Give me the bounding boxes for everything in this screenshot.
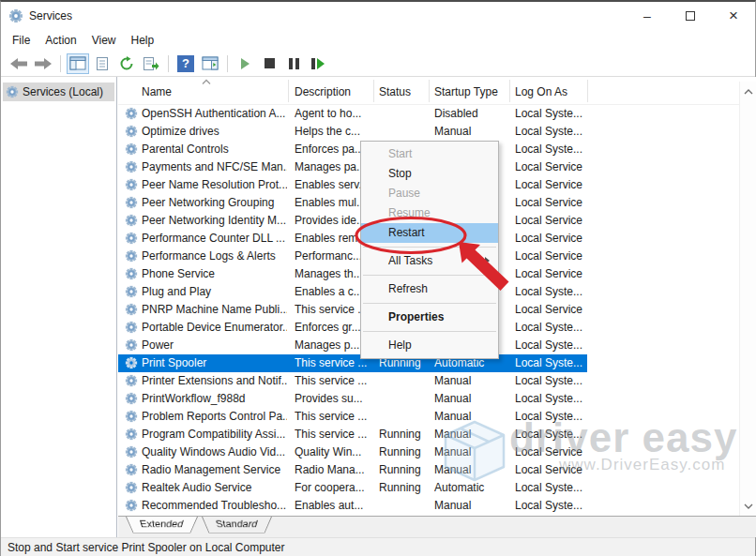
tab-extended[interactable]: Extended	[126, 517, 198, 533]
service-log-on-as: Local Service	[515, 443, 588, 461]
menu-separator	[363, 275, 496, 276]
context-menu-item-all-tasks[interactable]: All Tasks	[361, 251, 498, 271]
export-list-icon[interactable]	[140, 53, 162, 74]
service-row[interactable]: Quality Windows Audio Vid...Quality Win.…	[118, 443, 756, 461]
menu-file[interactable]: File	[5, 31, 38, 50]
service-gear-icon	[125, 392, 138, 405]
service-gear-icon	[125, 267, 138, 280]
menu-separator	[363, 247, 496, 248]
service-name: Peer Networking Identity M...	[142, 212, 287, 230]
toolbar: ?	[1, 51, 755, 77]
context-menu-item-help[interactable]: Help	[361, 336, 498, 355]
menu-action[interactable]: Action	[38, 31, 83, 50]
show-console-tree-icon[interactable]	[67, 53, 89, 74]
minimize-button[interactable]: –	[626, 2, 669, 30]
service-row[interactable]: Recommended Troublesho...Enables aut...M…	[118, 497, 756, 515]
vertical-scrollbar[interactable]	[739, 82, 756, 516]
show-action-pane-icon[interactable]	[199, 53, 221, 74]
service-log-on-as: Local Service	[515, 176, 588, 194]
service-log-on-as: Local Service	[515, 212, 588, 230]
service-startup-type: Manual	[434, 443, 511, 461]
service-gear-icon	[125, 285, 138, 298]
pause-service-icon[interactable]	[282, 53, 305, 74]
service-description: Radio Mana...	[295, 461, 377, 479]
service-row[interactable]: Optimize drivesHelps the c...ManualLocal…	[118, 123, 756, 141]
service-name: Printer Extensions and Notif...	[142, 372, 287, 390]
service-row[interactable]: Radio Management ServiceRadio Mana...Run…	[118, 461, 756, 479]
context-menu-item-pause: Pause	[361, 184, 498, 203]
scroll-down-button[interactable]	[740, 498, 756, 514]
service-gear-icon	[125, 178, 138, 191]
service-description: Helps the c...	[295, 123, 377, 141]
console-tree-pane: Services (Local)	[1, 77, 117, 537]
service-log-on-as: Local Syste...	[515, 426, 588, 443]
service-log-on-as: Local Syste...	[515, 105, 588, 123]
column-header-log-on-as[interactable]: Log On As	[515, 85, 567, 98]
service-row[interactable]: Printer Extensions and Notif...This serv…	[118, 372, 756, 390]
tree-item-services-local[interactable]: Services (Local)	[3, 83, 114, 101]
context-menu-item-refresh[interactable]: Refresh	[361, 279, 498, 299]
maximize-button[interactable]	[669, 2, 712, 30]
close-button[interactable]: ×	[712, 2, 755, 30]
service-name: Optimize drives	[142, 123, 287, 141]
service-log-on-as: Local Syste...	[515, 390, 588, 408]
menu-view[interactable]: View	[84, 31, 124, 50]
toolbar-separator	[168, 55, 169, 72]
window-title: Services	[29, 9, 72, 23]
service-row[interactable]: PrintWorkflow_f988dProvides su...ManualL…	[118, 390, 756, 408]
column-divider[interactable]	[429, 80, 430, 102]
service-name: Quality Windows Audio Vid...	[142, 443, 287, 461]
column-header-description[interactable]: Description	[295, 85, 351, 98]
service-name: Recommended Troublesho...	[142, 497, 287, 515]
column-divider[interactable]	[509, 80, 510, 102]
context-menu-item-restart[interactable]: Restart	[361, 223, 498, 243]
start-service-icon[interactable]	[234, 53, 256, 74]
service-gear-icon	[125, 481, 138, 494]
column-divider[interactable]	[288, 80, 289, 102]
service-log-on-as: Local Service	[515, 158, 588, 176]
back-arrow-icon[interactable]	[8, 53, 30, 74]
service-gear-icon	[125, 356, 138, 369]
column-header-status[interactable]: Status	[379, 85, 411, 98]
status-bar: Stop and Start service Print Spooler on …	[1, 537, 755, 556]
service-status: Running	[379, 443, 431, 461]
stop-service-icon[interactable]	[258, 53, 280, 74]
service-log-on-as: Local Syste...	[515, 319, 588, 337]
service-name: Parental Controls	[142, 141, 287, 158]
service-row[interactable]: Problem Reports Control Pa...This servic…	[118, 408, 756, 426]
service-row[interactable]: OpenSSH Authentication A...Agent to ho..…	[118, 105, 756, 123]
scroll-up-button[interactable]	[740, 83, 756, 99]
service-log-on-as: Local Syste...	[515, 479, 588, 497]
service-name: Phone Service	[142, 265, 287, 283]
service-startup-type: Disabled	[434, 105, 511, 123]
column-header-startup-type[interactable]: Startup Type	[434, 85, 498, 98]
context-menu-item-properties[interactable]: Properties	[361, 308, 498, 327]
service-row[interactable]: Realtek Audio ServiceFor coopera...Runni…	[118, 479, 756, 497]
service-name: Plug and Play	[142, 283, 287, 301]
service-log-on-as: Local Syste...	[515, 337, 588, 354]
column-divider[interactable]	[587, 80, 588, 102]
service-startup-type: Manual	[434, 461, 511, 479]
service-status: Running	[379, 461, 431, 479]
help-icon[interactable]: ?	[174, 53, 197, 74]
service-row[interactable]: Program Compatibility Assi...This servic…	[118, 426, 756, 443]
service-gear-icon	[125, 107, 138, 120]
forward-arrow-icon[interactable]	[32, 53, 54, 74]
service-log-on-as: Local Service	[515, 461, 588, 479]
service-gear-icon	[125, 428, 138, 441]
tree-item-label: Services (Local)	[23, 85, 103, 98]
service-name: Portable Device Enumerator...	[142, 319, 287, 337]
restart-service-icon[interactable]	[307, 53, 329, 74]
column-header-name[interactable]: Name	[142, 85, 172, 98]
service-log-on-as: Local Service	[515, 265, 588, 283]
column-divider[interactable]	[373, 80, 374, 102]
service-startup-type: Manual	[434, 408, 511, 426]
service-gear-icon	[125, 321, 138, 334]
context-menu-item-start: Start	[361, 144, 498, 164]
context-menu-item-stop[interactable]: Stop	[361, 164, 498, 184]
properties-doc-icon[interactable]	[91, 53, 113, 74]
menu-help[interactable]: Help	[124, 31, 162, 50]
tab-standard[interactable]: Standard	[202, 517, 272, 533]
service-gear-icon	[125, 196, 138, 209]
refresh-icon[interactable]	[115, 53, 138, 74]
